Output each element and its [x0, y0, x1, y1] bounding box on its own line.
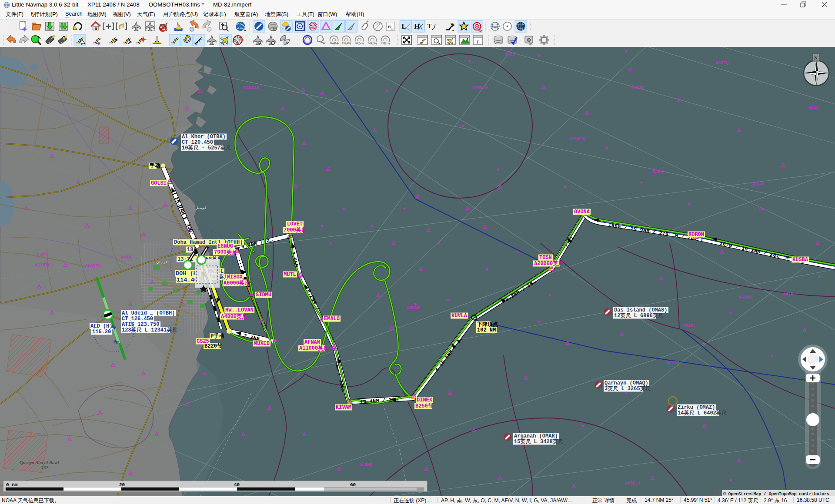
svg-text:s: s — [391, 27, 393, 30]
svg-text:الريان: الريان — [157, 260, 169, 264]
svg-text:103: 103 — [41, 465, 49, 470]
svg-text:RSTR: RSTR — [342, 41, 351, 44]
svg-text:102 NM: 102 NM — [477, 327, 496, 333]
svg-text:ICAO: ICAO — [330, 41, 338, 44]
svg-text:14英尺 L 6402英尺: 14英尺 L 6402英尺 — [678, 410, 727, 416]
svg-text:Qarnayn (OMAQ): Qarnayn (OMAQ) — [605, 380, 648, 386]
svg-text:A6000英尺: A6000英尺 — [224, 280, 250, 286]
svg-text:N410: N410 — [121, 255, 131, 260]
svg-text:ALAGMO: ALAGMO — [85, 263, 101, 268]
svg-text:A418: A418 — [783, 292, 793, 297]
svg-text:Arganah (OMAR): Arganah (OMAR) — [514, 433, 558, 439]
svg-text:AASD15: AASD15 — [244, 86, 259, 90]
svg-text:MUXED: MUXED — [254, 341, 270, 347]
svg-text:B250节: B250节 — [415, 403, 433, 409]
svg-text:A: A — [285, 41, 288, 45]
svg-text:12英尺 L 6896英尺: 12英尺 L 6896英尺 — [614, 312, 664, 319]
svg-text:AA884Q: AA884Q — [570, 136, 585, 141]
svg-text:7000英尺: 7000英尺 — [214, 249, 237, 255]
svg-text:RORON: RORON — [688, 232, 704, 238]
svg-text:15英尺 L 3428英尺: 15英尺 L 3428英尺 — [514, 438, 564, 445]
svg-text:60: 60 — [350, 482, 356, 487]
svg-text:3英尺 L 3265英尺: 3英尺 L 3265英尺 — [605, 385, 651, 392]
svg-text:Qurayn Abu al Bawl: Qurayn Abu al Bawl — [20, 460, 59, 465]
svg-text:N: N — [814, 55, 818, 60]
svg-text:HW..LOVAN: HW..LOVAN — [225, 307, 254, 313]
svg-text:KUVLA: KUVLA — [451, 313, 468, 319]
svg-text:114.40: 114.40 — [177, 277, 198, 283]
svg-text:6: 6 — [388, 23, 391, 30]
svg-text:B2240: B2240 — [751, 182, 764, 187]
svg-text:KIVAM: KIVAM — [336, 405, 351, 411]
svg-text:2A18: 2A18 — [504, 52, 515, 57]
svg-text:手动: 手动 — [149, 162, 160, 169]
svg-text:AA8811: AA8811 — [625, 481, 641, 486]
svg-text:10英尺 - 5257英尺: 10英尺 - 5257英尺 — [182, 145, 231, 151]
svg-text:SIDMU: SIDMU — [256, 292, 271, 298]
svg-text:A4180: A4180 — [738, 295, 752, 300]
svg-text:L451: L451 — [37, 253, 47, 258]
svg-text:ALD (H): ALD (H) — [90, 323, 112, 329]
svg-text:A21X: A21X — [808, 105, 818, 110]
svg-text:AGINTO: AGINTO — [35, 263, 50, 268]
svg-text:OVONA: OVONA — [574, 209, 590, 215]
svg-text:لوسيل: لوسيل — [196, 206, 206, 210]
svg-text:AL8MQ: AL8MQ — [359, 463, 372, 468]
svg-text:1A8810: 1A8810 — [472, 86, 488, 90]
svg-text:Das Island (OMAS): Das Island (OMAS) — [614, 307, 667, 313]
svg-text:下降顶点: 下降顶点 — [477, 322, 498, 328]
svg-text:MUTL: MUTL — [284, 272, 296, 278]
svg-text:© OpenStreetMap / OpenTopoMap: © OpenStreetMap / OpenTopoMap contributo… — [723, 492, 829, 496]
svg-text:LOVET: LOVET — [287, 221, 303, 227]
svg-text:21: 21 — [818, 275, 823, 279]
svg-text:12: 12 — [377, 23, 380, 26]
svg-text:DINEX: DINEX — [417, 397, 433, 403]
svg-text:T: T — [427, 23, 431, 30]
svg-text:EMALO: EMALO — [324, 316, 340, 322]
svg-text:128英尺 L 12341英尺: 128英尺 L 12341英尺 — [122, 327, 177, 333]
svg-text:Zirku (OMAZ): Zirku (OMAZ) — [678, 405, 715, 411]
svg-text:P手动: P手动 — [210, 333, 224, 339]
svg-text:A88TQ: A88TQ — [715, 61, 728, 66]
svg-text:EGNUG: EGNUG — [217, 243, 233, 249]
svg-text:20: 20 — [119, 482, 125, 487]
svg-text:B220节: B220节 — [204, 343, 222, 349]
svg-text:A11000英尺: A11000英尺 — [299, 345, 329, 351]
svg-text:A418I: A418I — [666, 361, 679, 365]
svg-text:7000英尺: 7000英尺 — [284, 227, 307, 233]
svg-text:40: 40 — [234, 482, 240, 487]
svg-text:KUSBA: KUSBA — [792, 257, 808, 263]
svg-text:A4000英尺: A4000英尺 — [221, 313, 247, 320]
svg-text:OTR: OTR — [368, 41, 375, 44]
svg-text:18: 18 — [187, 247, 193, 253]
svg-text:Al Khor (OTBK): Al Khor (OTBK) — [182, 134, 226, 140]
svg-text:CT 126.450: CT 126.450 — [122, 316, 153, 322]
svg-text:A: A — [259, 41, 262, 46]
svg-text:116.20: 116.20 — [92, 329, 111, 335]
svg-text:SPC: SPC — [355, 41, 361, 44]
svg-text:A8810: A8810 — [407, 305, 420, 310]
svg-text:AFNAM: AFNAM — [304, 339, 320, 345]
svg-text:0 nm: 0 nm — [6, 482, 18, 487]
svg-text:CT 120.450: CT 120.450 — [182, 139, 213, 146]
svg-text:XA88: XA88 — [652, 169, 663, 174]
svg-text:GOLSI: GOLSI — [151, 180, 167, 186]
svg-text:ATIS 123.750: ATIS 123.750 — [122, 322, 159, 328]
svg-text:FIR: FIR — [381, 41, 386, 44]
svg-text:TOSN: TOSN — [539, 255, 552, 261]
svg-text:A20000英尺: A20000英尺 — [534, 260, 564, 267]
svg-text:Al Udeid … (OTBH): Al Udeid … (OTBH) — [122, 310, 175, 316]
svg-text:I: I — [476, 38, 479, 45]
svg-text:AA881: AA881 — [631, 86, 645, 90]
svg-text:AA18: AA18 — [683, 323, 693, 328]
